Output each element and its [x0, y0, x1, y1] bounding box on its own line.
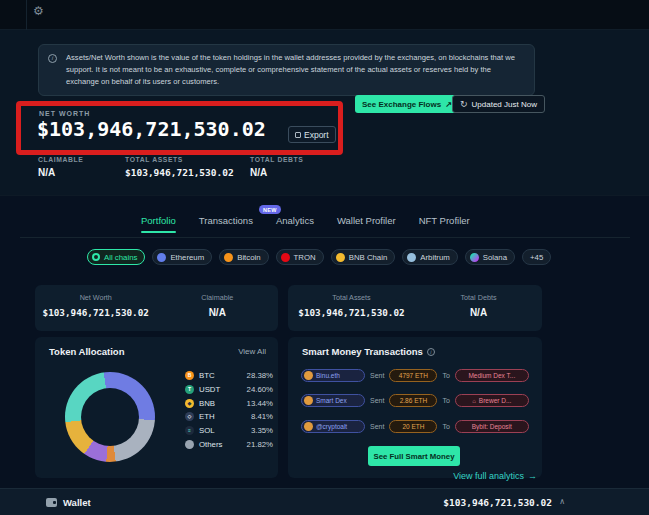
- refresh-icon: ↻: [460, 99, 468, 109]
- updated-just-now-button[interactable]: ↻ Updated Just Now: [452, 95, 545, 113]
- chain-pill-tron[interactable]: TRON: [276, 249, 324, 265]
- summary-card-assets-debts: Total Assets $103,946,721,530.02 Total D…: [288, 285, 542, 331]
- tab-bar: Portfolio Transactions NEW Analytics Wal…: [141, 215, 470, 233]
- tab-divider: [20, 237, 630, 238]
- wallet-section-bar[interactable]: Wallet $103,946,721,530.02 ∧: [0, 488, 649, 515]
- smart-money-title: Smart Money Transactionsi: [302, 346, 435, 357]
- exchange-portfolio-page: ⚙ i Assets/Net Worth shown is the value …: [0, 0, 649, 515]
- disclaimer-text: Assets/Net Worth shown is the value of t…: [66, 53, 515, 86]
- wallet-total-value: $103,946,721,530.02: [443, 497, 552, 508]
- avatar: [304, 422, 313, 431]
- chain-pill-arbitrum[interactable]: Arbitrum: [402, 249, 457, 265]
- export-icon: [295, 132, 301, 138]
- tab-transactions[interactable]: Transactions: [199, 215, 253, 233]
- legend-item-others: Others 21.82%: [185, 437, 273, 451]
- usdt-icon: T: [185, 385, 194, 394]
- solana-icon: [470, 253, 479, 262]
- tab-nft-profiler[interactable]: NFT Profiler: [419, 215, 470, 233]
- recipient-pill[interactable]: ⌂Brewer D...: [455, 394, 529, 407]
- summary-card-net-worth-claimable: Net Worth $103,946,721,530.02 Claimable …: [35, 285, 278, 331]
- see-exchange-flows-button[interactable]: See Exchange Flows ↗: [355, 95, 459, 113]
- legend-item-eth: ◇ ETH 8.41%: [185, 410, 273, 424]
- summary-total-debts: Total Debts N/A: [415, 285, 542, 331]
- bitcoin-icon: [224, 253, 233, 262]
- stat-claimable: CLAIMABLE N/A: [38, 156, 83, 178]
- smart-money-row: Binu.eth Sent 4797 ETH To Medium Dex T..…: [301, 368, 531, 382]
- tab-analytics[interactable]: NEW Analytics: [276, 215, 314, 233]
- top-bar-divider: [26, 0, 27, 30]
- info-icon[interactable]: i: [427, 348, 435, 356]
- chain-pill-bnb-chain[interactable]: BNB Chain: [331, 249, 396, 265]
- recipient-pill[interactable]: Medium Dex T...: [455, 369, 529, 382]
- disclaimer-banner: i Assets/Net Worth shown is the value of…: [38, 44, 535, 96]
- wallet-label: Wallet: [63, 497, 91, 508]
- smart-money-panel: Smart Money Transactionsi Binu.eth Sent …: [288, 337, 542, 478]
- see-full-smart-money-button[interactable]: See Full Smart Money: [368, 446, 460, 466]
- sender-pill[interactable]: Smart Dex: [301, 394, 365, 407]
- recipient-pill[interactable]: Bybit: Deposit: [455, 420, 529, 433]
- tron-icon: [281, 253, 290, 262]
- chain-filter-row: All chains Ethereum Bitcoin TRON BNB Cha…: [87, 249, 551, 265]
- token-allocation-donut: [65, 372, 155, 462]
- others-icon: [185, 440, 194, 449]
- bnb-chain-icon: [336, 253, 345, 262]
- legend-item-usdt: T USDT 24.60%: [185, 383, 273, 397]
- all-chains-icon: [92, 253, 100, 261]
- stat-total-assets: TOTAL ASSETS $103,946,721,530.02: [125, 156, 234, 178]
- wallet-icon: [46, 498, 57, 507]
- ethereum-icon: [157, 253, 166, 262]
- chain-pill-all-chains[interactable]: All chains: [87, 249, 145, 265]
- legend-item-bnb: ◆ BNB 13.44%: [185, 396, 273, 410]
- avatar: [304, 371, 313, 380]
- legend-item-btc: B BTC 28.38%: [185, 369, 273, 383]
- external-link-icon: ↗: [445, 100, 452, 109]
- sender-pill[interactable]: Binu.eth: [301, 369, 365, 382]
- legend-item-sol: ≡ SOL 3.35%: [185, 424, 273, 438]
- smart-money-row: @cryptoalt Sent 20 ETH To Bybit: Deposit: [301, 419, 531, 433]
- stat-total-debts: TOTAL DEBTS N/A: [250, 156, 303, 178]
- arbitrum-icon: [407, 253, 416, 262]
- tab-portfolio[interactable]: Portfolio: [141, 215, 176, 233]
- chain-pill-solana[interactable]: Solana: [465, 249, 515, 265]
- token-allocation-panel: Token Allocation View All B BTC 28.38% T…: [35, 337, 278, 478]
- token-allocation-title: Token Allocation: [49, 346, 124, 357]
- view-full-analytics-link[interactable]: View full analytics →: [453, 471, 537, 481]
- chain-pill-more[interactable]: +45: [522, 249, 551, 265]
- summary-claimable: Claimable N/A: [157, 285, 279, 331]
- section-divider: [0, 195, 649, 196]
- top-bar: ⚙: [0, 0, 649, 30]
- collapse-chevron-icon[interactable]: ∧: [559, 497, 565, 506]
- tab-wallet-profiler[interactable]: Wallet Profiler: [337, 215, 396, 233]
- btc-icon: B: [185, 371, 194, 380]
- eth-icon: ◇: [185, 412, 194, 421]
- smart-money-row: Smart Dex Sent 2.86 ETH To ⌂Brewer D...: [301, 394, 531, 408]
- bank-icon: ⌂: [472, 398, 476, 404]
- view-all-link[interactable]: View All: [238, 347, 266, 356]
- chain-pill-ethereum[interactable]: Ethereum: [152, 249, 212, 265]
- amount-pill[interactable]: 2.86 ETH: [389, 394, 437, 407]
- bnb-icon: ◆: [185, 399, 194, 408]
- sol-icon: ≡: [185, 426, 194, 435]
- chain-pill-bitcoin[interactable]: Bitcoin: [219, 249, 268, 265]
- amount-pill[interactable]: 20 ETH: [389, 420, 437, 433]
- info-icon: i: [48, 54, 57, 63]
- summary-net-worth: Net Worth $103,946,721,530.02: [35, 285, 157, 331]
- amount-pill[interactable]: 4797 ETH: [389, 369, 437, 382]
- net-worth-label: NET WORTH: [39, 110, 90, 117]
- export-button[interactable]: Export: [288, 126, 336, 143]
- summary-total-assets: Total Assets $103,946,721,530.02: [288, 285, 415, 331]
- net-worth-value: $103,946,721,530.02: [37, 117, 266, 141]
- gear-icon[interactable]: ⚙: [33, 4, 44, 18]
- sender-pill[interactable]: @cryptoalt: [301, 420, 365, 433]
- new-badge: NEW: [259, 205, 281, 214]
- arrow-right-icon: →: [528, 471, 537, 481]
- avatar: [304, 396, 313, 405]
- smart-money-rows: Binu.eth Sent 4797 ETH To Medium Dex T..…: [301, 368, 531, 445]
- token-allocation-legend: B BTC 28.38% T USDT 24.60% ◆ BNB 13.44% …: [185, 369, 273, 451]
